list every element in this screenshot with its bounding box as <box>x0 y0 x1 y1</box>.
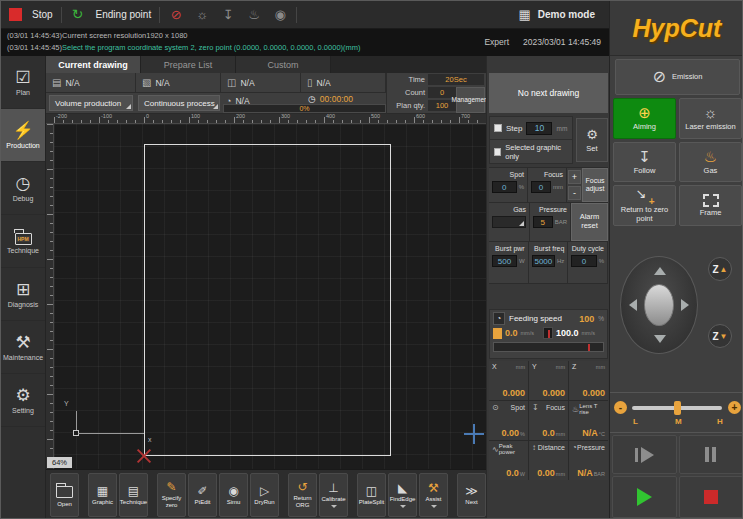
burst-freq-input[interactable]: 5000 <box>532 255 555 267</box>
alarm-reset-button[interactable]: Alarm reset <box>571 203 608 241</box>
next-icon: ≫ <box>465 485 478 498</box>
feed-max-indicator <box>543 327 553 339</box>
demo-mode-icon: ▦ <box>517 8 533 21</box>
set-button[interactable]: ⚙ Set <box>576 118 608 162</box>
graphic-button[interactable]: ▦ Graphic <box>88 473 117 517</box>
sidebar-item-plan[interactable]: ☑ Plan <box>1 56 45 109</box>
sidebar-item-debug[interactable]: ◷ Debug <box>1 162 45 215</box>
drawing-canvas[interactable]: -200-1000100200300400500600700 Y x 64% <box>46 114 486 469</box>
step-run-button[interactable] <box>612 435 677 474</box>
tab-custom[interactable]: Custom <box>236 56 331 73</box>
stop-button[interactable]: Stop <box>9 8 53 21</box>
aiming-button[interactable]: ⊕ Aiming <box>613 98 676 139</box>
speed-plus-button[interactable]: + <box>728 401 741 414</box>
findedge-button[interactable]: ◣ FindEdge <box>388 473 417 517</box>
ruler-tick <box>387 120 388 123</box>
production-icon: ⚡ <box>12 122 33 140</box>
user-level: Expert <box>484 36 509 48</box>
ruler-tick <box>333 120 334 123</box>
platesplit-button[interactable]: ◫ PlateSplit <box>357 473 386 517</box>
selected-graphic-row: Selected graphic only <box>490 140 572 163</box>
jog-center-button[interactable] <box>644 284 674 326</box>
debug-icon: ◷ <box>16 175 31 193</box>
tab-current-drawing[interactable]: Current drawing <box>46 56 141 73</box>
next-button[interactable]: ≫ Next <box>457 473 486 517</box>
open-button[interactable]: Open <box>50 473 79 517</box>
stop-run-button[interactable] <box>679 476 743 518</box>
dry-run-icon: ▷ <box>260 485 269 498</box>
production-mode-dropdown[interactable]: Volume production <box>49 95 133 111</box>
assist-button[interactable]: ⚒ Assist <box>419 473 448 517</box>
jog-up-button[interactable] <box>654 267 666 275</box>
speed-slider-handle[interactable] <box>674 401 681 415</box>
dryrun-button[interactable]: ▷ DryRun <box>250 473 279 517</box>
emission-button[interactable]: ⊘ Emission <box>615 59 740 95</box>
ruler-tick <box>50 142 53 143</box>
pause-button[interactable] <box>679 435 743 474</box>
peak-power-readout: ∿Peak power 0.0W <box>489 441 528 480</box>
start-button[interactable] <box>612 476 677 518</box>
demo-mode-indicator[interactable]: ▦ Demo mode <box>517 8 595 21</box>
x-axis-label: x <box>148 436 152 443</box>
chevron-down-icon <box>431 505 437 508</box>
ending-point-button[interactable]: ↻ Ending point <box>70 8 152 21</box>
speed-slider-track[interactable] <box>632 406 722 410</box>
sidebar-item-setting[interactable]: ⚙ Setting <box>1 374 45 427</box>
sidebar-item-diagnosis[interactable]: ⊞ Diagnosis <box>1 268 45 321</box>
selected-graphic-checkbox[interactable] <box>494 148 501 156</box>
z-up-button[interactable]: Z▲ <box>708 257 732 281</box>
simu-button[interactable]: ◉ Simu <box>219 473 248 517</box>
ruler-tick <box>306 120 307 123</box>
vertical-ruler <box>46 124 54 469</box>
y-axis-label: Y <box>64 400 69 407</box>
ptedit-button[interactable]: ✐ PtEdit <box>188 473 217 517</box>
feeding-speed-slider[interactable] <box>493 342 604 352</box>
laser-burst-icon: ☼ <box>704 105 718 121</box>
spot-input[interactable]: 0 <box>492 181 517 193</box>
return-org-button[interactable]: ↺ Return ORG <box>288 473 317 517</box>
focus-plus-button[interactable]: + <box>568 170 581 184</box>
speed-minus-button[interactable]: - <box>614 401 627 414</box>
sidebar-item-maintenance[interactable]: ⚒ Maintenance <box>1 321 45 374</box>
focus-adjust-button[interactable]: Focus adjust <box>582 168 608 202</box>
step-checkbox[interactable] <box>494 124 502 132</box>
tools-icon: ⚒ <box>428 482 439 495</box>
gas-icon[interactable]: ♨ <box>246 8 262 21</box>
return-to-zero-button[interactable]: ↘ + Return to zero point <box>613 185 676 226</box>
burst-power-input[interactable]: 500 <box>492 255 517 267</box>
frame-button[interactable]: Frame <box>679 185 742 226</box>
tab-prepare-list[interactable]: Prepare List <box>141 56 236 73</box>
duty-cycle-input[interactable]: 0 <box>571 255 596 267</box>
laser-emission-button[interactable]: ☼ Laser emission <box>679 98 742 139</box>
clock-icon: ◷ <box>308 94 316 104</box>
focus-minus-button[interactable]: - <box>568 186 581 200</box>
gas-dropdown[interactable] <box>492 216 526 228</box>
calibrate-button[interactable]: ⊥ Calibrate <box>319 473 348 517</box>
management-button[interactable]: Management <box>456 87 485 113</box>
frame-corners-icon <box>703 194 719 207</box>
follow-button[interactable]: ↧ Follow <box>613 142 676 183</box>
step-bar-icon <box>635 448 638 462</box>
technique-button[interactable]: ▤ Technique <box>119 473 148 517</box>
focus-input[interactable]: 0 <box>531 181 551 193</box>
duty-cycle-cell: Duty cycle 0% <box>568 242 608 283</box>
pressure-input[interactable]: 5 <box>533 216 553 228</box>
gas-button[interactable]: ♨ Gas <box>679 142 742 183</box>
specify-zero-button[interactable]: ✎ Specify zero <box>157 473 186 517</box>
slider-marker <box>588 344 590 351</box>
sidebar-item-production[interactable]: ⚡ Production <box>1 109 45 162</box>
laser-disabled-icon[interactable]: ⊘ <box>168 8 184 21</box>
follow-icon[interactable]: ↧ <box>220 8 236 21</box>
jog-right-button[interactable] <box>681 299 689 311</box>
jog-left-button[interactable] <box>629 299 637 311</box>
chevron-down-icon <box>331 505 337 508</box>
process-mode-dropdown[interactable]: Continuous process <box>138 95 220 111</box>
sidebar-item-technique[interactable]: HPM Technique <box>1 215 45 268</box>
z-down-button[interactable]: Z▼ <box>708 324 732 348</box>
laser-icon[interactable]: ☼ <box>194 8 210 21</box>
jog-wheel[interactable] <box>620 256 698 354</box>
step-value-input[interactable]: 10 <box>526 122 552 135</box>
ruler-tick <box>216 120 217 123</box>
jog-down-button[interactable] <box>654 335 666 343</box>
alarm-icon[interactable]: ◉ <box>272 8 288 21</box>
